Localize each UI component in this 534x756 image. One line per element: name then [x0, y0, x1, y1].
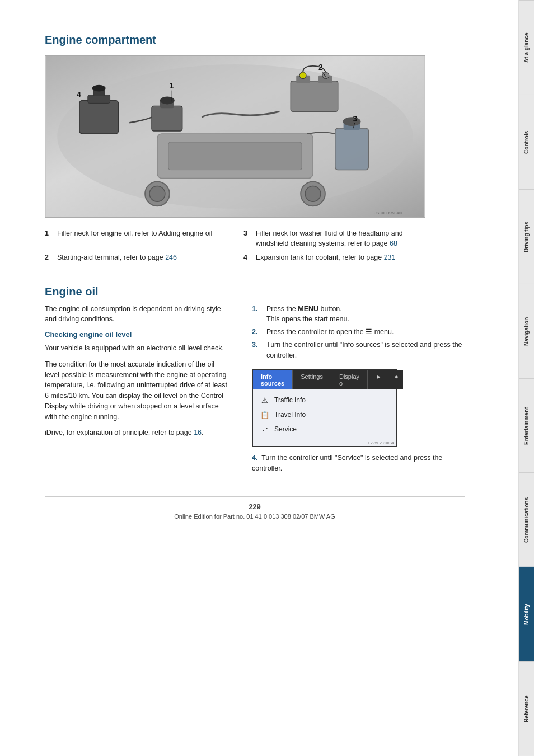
oil-level-para-1: Your vehicle is equipped with an electro…: [45, 343, 229, 354]
engine-oil-section: Engine oil The engine oil consumption is…: [45, 285, 465, 474]
legend-item-3: 3 Filler neck for washer fluid of the he…: [243, 229, 425, 248]
travel-icon: 📋: [260, 411, 270, 419]
ui-screen-header: Info sources Settings Display o ► ●: [253, 370, 396, 389]
ui-menu-traffic: ⚠ Traffic Info: [253, 393, 396, 407]
svg-point-22: [305, 186, 321, 201]
svg-rect-10: [168, 142, 302, 170]
ui-nav-close: ●: [390, 370, 403, 389]
legend-item-1: 1 Filler neck for engine oil, refer to A…: [45, 229, 227, 248]
legend-text-3: Filler neck for washer fluid of the head…: [256, 229, 425, 248]
ui-tab-display: Display o: [331, 370, 368, 389]
svg-point-8: [160, 96, 175, 104]
tab-controls[interactable]: Controls: [519, 95, 534, 189]
legend-item-2: 2 Starting-aid terminal, refer to page 2…: [45, 253, 227, 263]
tab-entertainment[interactable]: Entertainment: [519, 378, 534, 473]
menu-bold: MENU: [298, 305, 318, 313]
ui-tab-arrow: ►: [368, 370, 390, 389]
step-4: 4. Turn the controller until "Service" i…: [252, 453, 465, 474]
step-2: 2. Press the controller to open the ☰ me…: [252, 327, 465, 337]
step-4-num: 4.: [252, 454, 257, 462]
checking-oil-level-title: Checking engine oil level: [45, 330, 235, 339]
travel-label: Travel Info: [274, 411, 306, 419]
right-column: 1. Press the MENU button.This opens the …: [252, 304, 465, 474]
legend-text-1: Filler neck for engine oil, refer to Add…: [57, 229, 212, 239]
legend-link-68[interactable]: 68: [390, 240, 397, 247]
svg-rect-14: [291, 81, 338, 112]
ui-screen-mockup: Info sources Settings Display o ► ● ⚠ Tr…: [252, 369, 397, 447]
svg-text:1: 1: [170, 81, 174, 90]
svg-point-13: [343, 117, 361, 126]
step-3: 3. Turn the controller until "Info sourc…: [252, 340, 465, 361]
ui-menu-items: ⚠ Traffic Info 📋 Travel Info ⇌ Service: [253, 389, 396, 440]
oil-level-para-2: The condition for the most accurate indi…: [45, 359, 229, 422]
idrive-link[interactable]: 16: [194, 429, 202, 436]
service-icon: ⇌: [260, 425, 270, 433]
svg-text:4: 4: [77, 90, 81, 99]
tab-navigation[interactable]: Navigation: [519, 284, 534, 378]
ui-menu-travel: 📋 Travel Info: [253, 407, 396, 422]
step-1-num: 1.: [252, 304, 262, 325]
legend-link-246[interactable]: 246: [165, 253, 177, 261]
svg-point-20: [149, 186, 165, 201]
page-footer: 229 Online Edition for Part no. 01 41 0 …: [45, 496, 465, 520]
ui-watermark: LZ75L2310/S4: [253, 440, 396, 446]
step-2-text: Press the controller to open the ☰ menu.: [266, 327, 394, 337]
legend-text-2: Starting-aid terminal, refer to page 246: [57, 253, 177, 263]
main-content: Engine compartment: [0, 0, 493, 756]
legend-link-231[interactable]: 231: [384, 253, 396, 261]
svg-text:3: 3: [353, 114, 358, 123]
svg-rect-11: [335, 128, 369, 170]
tab-driving-tips[interactable]: Driving tips: [519, 189, 534, 284]
legend-num-4: 4: [243, 253, 251, 263]
left-column: The engine oil consumption is dependent …: [45, 304, 235, 474]
page-wrapper: Engine compartment: [0, 0, 534, 756]
ui-tab-info-sources: Info sources: [253, 370, 293, 389]
traffic-label: Traffic Info: [274, 396, 306, 404]
step-3-text: Turn the controller until "Info sources"…: [266, 340, 465, 361]
parts-legend: 1 Filler neck for engine oil, refer to A…: [45, 229, 425, 263]
svg-text:2: 2: [318, 63, 323, 72]
steps-list: 1. Press the MENU button.This opens the …: [252, 304, 465, 361]
traffic-icon: ⚠: [260, 396, 270, 404]
legend-num-2: 2: [45, 253, 53, 263]
sidebar-tabs: At a glance Controls Driving tips Naviga…: [518, 0, 534, 756]
engine-oil-title: Engine oil: [45, 285, 465, 298]
legend-num-3: 3: [243, 229, 251, 239]
engine-compartment-image: 4 1 2 3 USC0LH95GAN: [45, 55, 425, 218]
engine-oil-intro: The engine oil consumption is dependent …: [45, 304, 229, 325]
footer-edition: Online Edition for Part no. 01 41 0 013 …: [174, 513, 335, 520]
tab-communications[interactable]: Communications: [519, 472, 534, 567]
legend-text-4: Expansion tank for coolant, refer to pag…: [256, 253, 395, 263]
service-label: Service: [274, 425, 297, 433]
page-number: 229: [45, 503, 465, 511]
oil-level-para-3: iDrive, for explanation of principle, re…: [45, 428, 229, 438]
tab-at-a-glance[interactable]: At a glance: [519, 0, 534, 95]
legend-num-1: 1: [45, 229, 53, 239]
legend-item-4: 4 Expansion tank for coolant, refer to p…: [243, 253, 425, 263]
ui-tab-settings: Settings: [293, 370, 331, 389]
step-2-num: 2.: [252, 327, 262, 337]
svg-rect-2: [79, 100, 119, 134]
step-1-text: Press the MENU button.This opens the sta…: [266, 304, 349, 325]
svg-point-5: [92, 85, 106, 92]
step-3-num: 3.: [252, 340, 262, 361]
svg-point-17: [299, 72, 306, 79]
engine-compartment-title: Engine compartment: [45, 34, 465, 46]
ui-menu-service: ⇌ Service: [253, 422, 396, 436]
svg-rect-6: [152, 106, 182, 131]
engine-compartment-section: Engine compartment: [45, 34, 465, 263]
step-1: 1. Press the MENU button.This opens the …: [252, 304, 465, 325]
two-col-layout: The engine oil consumption is dependent …: [45, 304, 465, 474]
tab-mobility[interactable]: Mobility: [519, 567, 534, 661]
svg-text:USC0LH95GAN: USC0LH95GAN: [374, 211, 402, 215]
tab-reference[interactable]: Reference: [519, 661, 534, 756]
